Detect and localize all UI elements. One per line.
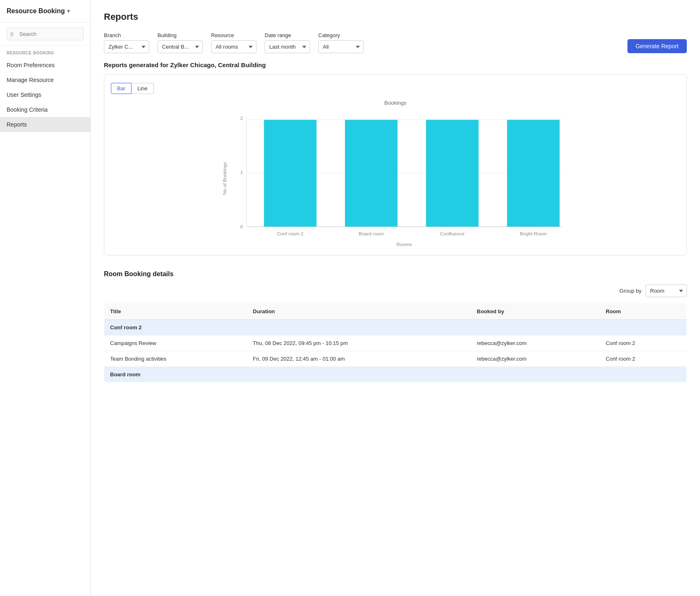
row-booked-by: rebecca@zylker.com (471, 351, 600, 367)
app-title-chevron: ▾ (67, 8, 70, 14)
group-label-conf-room-2: Conf room 2 (104, 320, 687, 336)
table-row: Campaigns Review Thu, 08 Dec 2022, 09:45… (104, 336, 687, 351)
main-content: Reports Branch Zylker C... Building Cent… (91, 0, 700, 596)
svg-text:No of Bookings: No of Bookings (222, 162, 227, 195)
table-body: Conf room 2 Campaigns Review Thu, 08 Dec… (104, 320, 687, 382)
row-room: Conf room 2 (600, 351, 686, 367)
category-filter: Category All (318, 32, 364, 53)
svg-text:Board room: Board room (359, 231, 384, 236)
building-filter: Building Central B... (157, 32, 203, 53)
sidebar-item-room-preferences[interactable]: Room Preferences (0, 58, 90, 73)
svg-text:2: 2 (240, 115, 243, 121)
building-label: Building (157, 32, 203, 38)
branch-filter: Branch Zylker C... (104, 32, 149, 53)
col-title: Title (104, 303, 247, 320)
group-by-label: Group by (620, 288, 641, 294)
sidebar-item-user-settings[interactable]: User Settings (0, 87, 90, 102)
sidebar: Resource Booking ▾ ⚲ RESOURCE BOOKING Ro… (0, 0, 91, 596)
date-range-label: Date range (265, 32, 310, 38)
row-booked-by: rebecca@zylker.com (471, 336, 600, 351)
search-icon: ⚲ (10, 31, 14, 37)
page-title: Reports (104, 12, 687, 22)
table-row-group-conf-room-2: Conf room 2 (104, 320, 687, 336)
sidebar-item-manage-resource[interactable]: Manage Resource (0, 73, 90, 87)
resource-select[interactable]: All rooms (211, 40, 256, 53)
svg-text:Confluence: Confluence (440, 231, 465, 236)
search-container: ⚲ (0, 23, 90, 46)
chart-tabs: Bar Line (111, 83, 680, 94)
sidebar-item-booking-criteria[interactable]: Booking Criteria (0, 102, 90, 117)
group-label-board-room: Board room (104, 367, 687, 382)
svg-text:Bright Room: Bright Room (520, 231, 547, 236)
date-range-select[interactable]: Last month (265, 40, 310, 53)
tab-line[interactable]: Line (132, 83, 154, 94)
row-title: Team Bonding activities (104, 351, 247, 367)
svg-text:Conf room 2: Conf room 2 (277, 231, 303, 236)
sidebar-item-reports[interactable]: Reports (0, 117, 90, 132)
table-row: Team Bonding activities Fri, 09 Dec 2022… (104, 351, 687, 367)
resource-filter: Resource All rooms (211, 32, 256, 53)
booking-table: Title Duration Booked by Room Conf room … (104, 303, 687, 382)
report-subtitle: Reports generated for Zylker Chicago, Ce… (104, 61, 687, 68)
svg-text:Rooms: Rooms (397, 242, 412, 247)
booking-details-title: Room Booking details (104, 270, 687, 278)
bar-board-room (345, 120, 398, 227)
generate-report-button[interactable]: Generate Report (627, 39, 687, 53)
app-title[interactable]: Resource Booking ▾ (0, 0, 90, 23)
col-booked-by: Booked by (471, 303, 600, 320)
group-by-select[interactable]: Room (646, 284, 687, 297)
bar-bright-room (507, 120, 560, 227)
chart-area: No of Bookings 0 1 2 Conf room 2 Board r… (111, 108, 680, 249)
table-row-group-board-room: Board room (104, 367, 687, 382)
row-room: Conf room 2 (600, 336, 686, 351)
row-duration: Fri, 09 Dec 2022, 12:45 am - 01:00 am (247, 351, 471, 367)
bar-confluence (426, 120, 479, 227)
resource-label: Resource (211, 32, 256, 38)
col-room: Room (600, 303, 686, 320)
branch-select[interactable]: Zylker C... (104, 40, 149, 53)
search-input[interactable] (7, 28, 84, 40)
chart-svg: No of Bookings 0 1 2 Conf room 2 Board r… (111, 108, 680, 249)
col-duration: Duration (247, 303, 471, 320)
group-by-row: Group by Room (104, 284, 687, 297)
date-range-filter: Date range Last month (265, 32, 310, 53)
category-label: Category (318, 32, 364, 38)
branch-label: Branch (104, 32, 149, 38)
sidebar-section-label: RESOURCE BOOKING (0, 46, 90, 58)
search-wrapper: ⚲ (7, 28, 84, 40)
category-select[interactable]: All (318, 40, 364, 53)
chart-card: Bar Line Bookings No of Bookings 0 1 2 (104, 74, 687, 256)
svg-text:0: 0 (240, 224, 243, 229)
row-title: Campaigns Review (104, 336, 247, 351)
bar-conf-room-2 (264, 120, 317, 227)
tab-bar[interactable]: Bar (111, 83, 132, 94)
building-select[interactable]: Central B... (157, 40, 203, 53)
chart-title: Bookings (111, 100, 680, 106)
table-header: Title Duration Booked by Room (104, 303, 687, 320)
app-title-text: Resource Booking (7, 7, 65, 15)
filter-row: Branch Zylker C... Building Central B...… (104, 32, 687, 53)
svg-text:1: 1 (240, 169, 243, 175)
row-duration: Thu, 08 Dec 2022, 09:45 pm - 10:15 pm (247, 336, 471, 351)
